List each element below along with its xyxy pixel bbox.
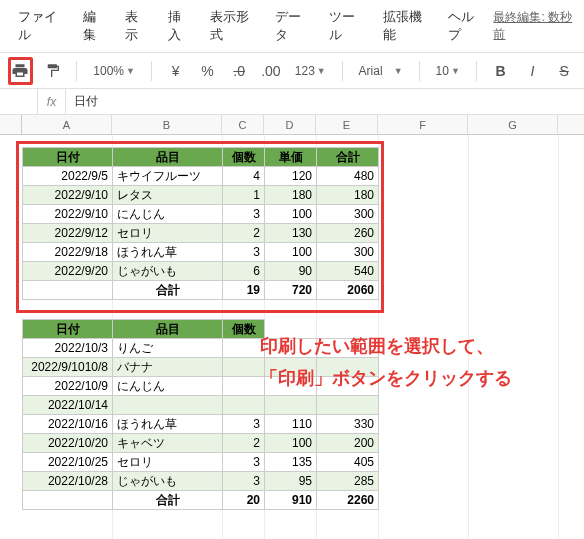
menu-item[interactable]: ツール [319, 4, 373, 48]
menu-item[interactable]: 表示 [115, 4, 157, 48]
menu-item[interactable]: ヘルプ [438, 4, 492, 48]
table-cell[interactable]: にんじん [113, 205, 223, 224]
table-cell[interactable]: 4 [223, 167, 265, 186]
table-footer-cell[interactable] [23, 491, 113, 510]
table-cell[interactable]: 300 [317, 243, 379, 262]
table-cell[interactable] [265, 396, 317, 415]
paint-format-button[interactable] [41, 57, 65, 85]
table-cell[interactable]: 3 [223, 453, 265, 472]
font-select[interactable]: Arial▼ [355, 64, 407, 78]
table-1[interactable]: 日付品目個数単価合計2022/9/5キウイフルーツ41204802022/9/1… [22, 147, 379, 300]
table-cell[interactable]: 2022/10/3 [23, 339, 113, 358]
table-cell[interactable]: 2022/10/16 [23, 415, 113, 434]
column-header[interactable]: E [316, 115, 378, 134]
column-header[interactable]: D [264, 115, 316, 134]
table-header[interactable]: 合計 [317, 148, 379, 167]
table-footer-cell[interactable]: 20 [223, 491, 265, 510]
table-cell[interactable]: バナナ [113, 358, 223, 377]
table-cell[interactable]: 2022/9/18 [23, 243, 113, 262]
print-button[interactable] [8, 57, 33, 85]
table-cell[interactable]: 130 [265, 224, 317, 243]
menu-item[interactable]: 挿入 [158, 4, 200, 48]
table-cell[interactable]: 6 [223, 262, 265, 281]
table-cell[interactable]: 2022/10/9 [23, 377, 113, 396]
menu-item[interactable]: データ [265, 4, 319, 48]
name-box[interactable] [0, 89, 38, 114]
bold-button[interactable]: B [489, 57, 513, 85]
table-footer-cell[interactable]: 910 [265, 491, 317, 510]
column-header[interactable]: B [112, 115, 222, 134]
table-cell[interactable]: 540 [317, 262, 379, 281]
table-header[interactable]: 品目 [113, 148, 223, 167]
last-edit[interactable]: 最終編集: 数秒前 [493, 9, 576, 43]
table-footer-cell[interactable]: 2260 [317, 491, 379, 510]
table-cell[interactable]: 330 [317, 415, 379, 434]
table-cell[interactable]: キウイフルーツ [113, 167, 223, 186]
table-cell[interactable]: 3 [223, 415, 265, 434]
table-footer-cell[interactable] [23, 281, 113, 300]
table-cell[interactable]: 95 [265, 472, 317, 491]
table-cell[interactable]: 100 [265, 434, 317, 453]
table-cell[interactable]: 100 [265, 205, 317, 224]
select-all-corner[interactable] [0, 115, 22, 134]
table-cell[interactable]: 2022/10/25 [23, 453, 113, 472]
table-cell[interactable]: 2 [223, 224, 265, 243]
font-size-select[interactable]: 10▼ [432, 64, 464, 78]
menu-item[interactable]: ファイル [8, 4, 73, 48]
table-cell[interactable]: 3 [223, 472, 265, 491]
table-header[interactable]: 個数 [223, 148, 265, 167]
column-header[interactable]: G [468, 115, 558, 134]
format-select[interactable]: 123▼ [291, 64, 330, 78]
table-header[interactable]: 品目 [113, 320, 223, 339]
table-footer-cell[interactable]: 2060 [317, 281, 379, 300]
table-cell[interactable]: セロリ [113, 224, 223, 243]
table-cell[interactable]: 300 [317, 205, 379, 224]
table-cell[interactable]: 2022/10/20 [23, 434, 113, 453]
formula-input[interactable]: 日付 [66, 93, 106, 110]
table-cell[interactable]: 3 [223, 243, 265, 262]
table-header[interactable]: 日付 [23, 320, 113, 339]
table-cell[interactable]: 2022/9/1010/8 [23, 358, 113, 377]
menu-item[interactable]: 編集 [73, 4, 115, 48]
table-cell[interactable] [223, 358, 265, 377]
table-cell[interactable] [223, 339, 265, 358]
column-header[interactable]: F [378, 115, 468, 134]
grid-area[interactable]: 日付品目個数単価合計2022/9/5キウイフルーツ41204802022/9/1… [0, 135, 584, 539]
table-cell[interactable]: りんご [113, 339, 223, 358]
table-cell[interactable]: 2022/10/14 [23, 396, 113, 415]
table-cell[interactable]: 2022/10/28 [23, 472, 113, 491]
table-cell[interactable] [223, 377, 265, 396]
table-footer-cell[interactable]: 720 [265, 281, 317, 300]
increase-decimal-button[interactable]: .00 [259, 57, 283, 85]
table-cell[interactable]: 405 [317, 453, 379, 472]
table-cell[interactable]: 135 [265, 453, 317, 472]
table-cell[interactable]: 100 [265, 243, 317, 262]
table-cell[interactable]: ほうれん草 [113, 415, 223, 434]
table-cell[interactable]: じゃがいも [113, 472, 223, 491]
column-header[interactable]: A [22, 115, 112, 134]
menu-item[interactable]: 表示形式 [200, 4, 265, 48]
table-cell[interactable]: 2022/9/10 [23, 205, 113, 224]
table-cell[interactable]: 3 [223, 205, 265, 224]
table-cell[interactable]: 90 [265, 262, 317, 281]
table-cell[interactable]: 1 [223, 186, 265, 205]
table-cell[interactable]: 120 [265, 167, 317, 186]
table-cell[interactable]: にんじん [113, 377, 223, 396]
table-cell[interactable]: セロリ [113, 453, 223, 472]
table-cell[interactable]: 2022/9/12 [23, 224, 113, 243]
percent-button[interactable]: % [196, 57, 220, 85]
table-cell[interactable]: レタス [113, 186, 223, 205]
table-cell[interactable]: 200 [317, 434, 379, 453]
table-cell[interactable]: 480 [317, 167, 379, 186]
table-footer-cell[interactable]: 合計 [113, 491, 223, 510]
table-cell[interactable] [317, 396, 379, 415]
table-footer-cell[interactable]: 19 [223, 281, 265, 300]
menu-item[interactable]: 拡張機能 [373, 4, 438, 48]
table-cell[interactable] [113, 396, 223, 415]
decrease-decimal-button[interactable]: .0 [227, 57, 251, 85]
table-cell[interactable]: ほうれん草 [113, 243, 223, 262]
table-header[interactable]: 個数 [223, 320, 265, 339]
italic-button[interactable]: I [520, 57, 544, 85]
strike-button[interactable]: S [552, 57, 576, 85]
table-cell[interactable]: 2 [223, 434, 265, 453]
